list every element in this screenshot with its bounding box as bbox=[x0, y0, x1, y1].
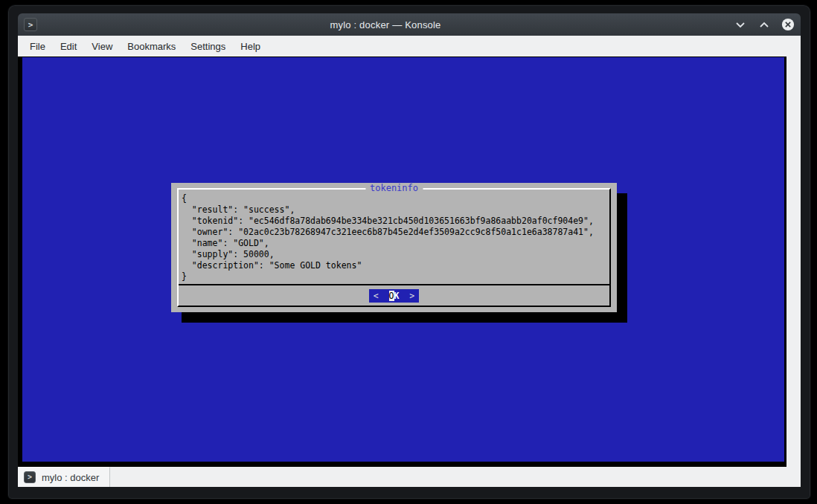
close-icon bbox=[781, 17, 795, 32]
window-titlebar[interactable]: > mylo : docker — Konsole bbox=[18, 13, 801, 36]
tab-konsole-icon: > bbox=[24, 471, 36, 483]
dialog-box: { "result": "success", "tokenid": "ec546… bbox=[177, 188, 611, 307]
tab-label: mylo : docker bbox=[42, 472, 99, 483]
konsole-window: > mylo : docker — Konsole bbox=[7, 4, 811, 500]
json-line: "owner": "02ac0c23b78268947c321eec6b87b4… bbox=[182, 227, 606, 238]
json-line: "supply": 50000, bbox=[182, 249, 606, 260]
ok-bracket-right: > bbox=[399, 291, 414, 301]
ok-button[interactable]: < OK > bbox=[369, 289, 419, 303]
ok-bracket-left: < bbox=[374, 291, 389, 301]
ncurses-screen: tokeninfo { "result": "success", "tokeni… bbox=[22, 57, 784, 462]
json-line: } bbox=[182, 271, 606, 282]
chevron-down-icon bbox=[735, 21, 746, 28]
scrollbar-track[interactable] bbox=[786, 56, 801, 467]
dialog-title: tokeninfo bbox=[365, 183, 423, 193]
maximize-button[interactable] bbox=[757, 18, 771, 31]
tab-konsole-icon-glyph: > bbox=[28, 474, 32, 481]
json-line: "result": "success", bbox=[182, 204, 606, 216]
tab-bar: > mylo : docker bbox=[18, 467, 801, 487]
menu-edit[interactable]: Edit bbox=[53, 38, 84, 55]
minimize-button[interactable] bbox=[734, 18, 747, 31]
ok-hotkey-cursor: O bbox=[389, 291, 394, 301]
close-button[interactable] bbox=[781, 18, 795, 31]
konsole-app-icon-glyph: > bbox=[28, 21, 33, 29]
menu-bookmarks[interactable]: Bookmarks bbox=[120, 38, 183, 55]
dialog-json-output: { "result": "success", "tokenid": "ec546… bbox=[179, 190, 609, 284]
menu-help[interactable]: Help bbox=[233, 38, 268, 55]
menu-file[interactable]: File bbox=[22, 38, 53, 55]
window-title: mylo : docker — Konsole bbox=[37, 19, 734, 30]
konsole-app-icon: > bbox=[24, 18, 37, 31]
dialog-button-row: < OK > bbox=[179, 285, 609, 306]
json-line: "tokenid": "ec546df8a78dab694be334be321c… bbox=[182, 216, 606, 227]
json-line: { bbox=[182, 193, 606, 204]
window-controls bbox=[734, 18, 795, 31]
menu-settings[interactable]: Settings bbox=[183, 38, 233, 55]
tab-mylo-docker[interactable]: > mylo : docker bbox=[18, 467, 110, 487]
menu-bar: File Edit View Bookmarks Settings Help bbox=[18, 36, 801, 56]
json-line: "description": "Some GOLD tokens" bbox=[182, 260, 606, 271]
desktop: > mylo : docker — Konsole bbox=[0, 0, 817, 504]
menu-view[interactable]: View bbox=[84, 38, 120, 55]
chevron-up-icon bbox=[759, 21, 769, 28]
json-line: "name": "GOLD", bbox=[182, 238, 606, 249]
terminal-viewport[interactable]: tokeninfo { "result": "success", "tokeni… bbox=[18, 56, 801, 467]
tokeninfo-dialog: tokeninfo { "result": "success", "tokeni… bbox=[171, 183, 617, 312]
